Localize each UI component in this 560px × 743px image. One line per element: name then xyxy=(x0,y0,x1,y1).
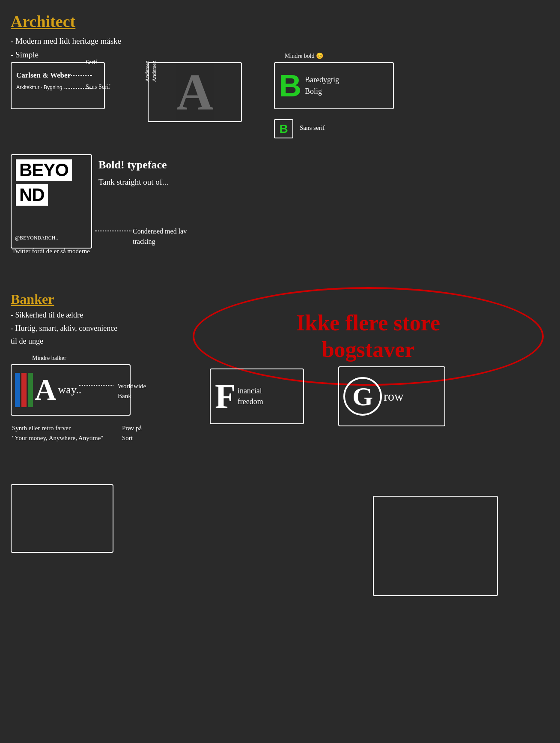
tow-box xyxy=(373,496,498,596)
away-box: A way.. xyxy=(11,364,131,416)
twitter-label: Twitter fordi de er så moderne xyxy=(12,246,98,256)
andersen-text: AndersenAndersen xyxy=(144,60,158,82)
nd-text: ND xyxy=(16,184,48,206)
grow-g-letter: G xyxy=(352,383,373,410)
empty-box xyxy=(11,484,113,553)
mindrebalker-label: Mindre balker xyxy=(32,355,66,362)
serif-dotted-line xyxy=(66,75,92,76)
sans-dotted-line xyxy=(66,88,92,89)
bold-typeface-label: Bold! typeface xyxy=(98,159,167,171)
b-small-box: B xyxy=(274,119,293,138)
bar-red xyxy=(21,373,27,407)
sans-serif-label: Sans Serif xyxy=(86,84,110,90)
moins-bold-label: Mindre bold 😊 xyxy=(285,52,323,60)
away-dotted-line xyxy=(79,385,113,386)
beyond-box: BEYO ND xyxy=(11,154,92,249)
b-baredygtig-box: B Baredygtig Bolig xyxy=(274,62,394,109)
banker-title: Banker xyxy=(11,291,54,307)
grow-box: G row xyxy=(338,366,445,426)
large-a-box: A xyxy=(148,62,242,122)
carlsen-sub: Arkitekttur · Bygning... xyxy=(16,84,66,91)
architect-title: Architect xyxy=(11,12,75,31)
beyo-text: BEYO xyxy=(16,159,72,181)
bar-blue xyxy=(15,373,20,407)
financial-text: inancial freedom xyxy=(238,386,263,407)
grow-g-circle: G xyxy=(343,377,382,416)
red-oval-text: Ikke flere store bogstaver xyxy=(296,310,440,363)
prov-label: Prøv på Sort xyxy=(122,423,142,443)
b-letter: B xyxy=(279,70,301,101)
financial-f-letter: F xyxy=(215,379,236,413)
b-text: Baredygtig Bolig xyxy=(305,74,339,97)
bold-typeface-sub: Tank straight out of... xyxy=(98,176,168,189)
synth-label: Synth eller retro farver "Your money, An… xyxy=(12,423,104,443)
condensed-dotted-line xyxy=(95,231,131,231)
carlsen-name: Carlsen & Weber xyxy=(16,71,71,80)
away-text: way.. xyxy=(58,384,82,395)
b-small-letter: B xyxy=(279,122,288,136)
stripe-bars xyxy=(15,373,33,407)
sans-serif-note: Sans serif xyxy=(300,124,325,132)
bar-green xyxy=(28,373,33,407)
grow-text: row xyxy=(384,390,404,403)
worldwide-label: Worldwide Bank xyxy=(118,381,146,401)
financial-box: F inancial freedom xyxy=(210,369,304,424)
away-a-letter: A xyxy=(35,375,57,405)
serif-label: Serif xyxy=(86,59,97,66)
beyond-handle: @BEYONDARCH.. xyxy=(15,235,58,241)
condensed-label: Condensed med lav tracking xyxy=(133,226,187,247)
large-a-letter: A xyxy=(176,66,214,118)
banker-notes: - Sikkerhed til de ældre - Hurtig, smart… xyxy=(11,309,117,348)
architect-notes: - Modern med lidt heritage måske - Simpl… xyxy=(11,34,121,62)
